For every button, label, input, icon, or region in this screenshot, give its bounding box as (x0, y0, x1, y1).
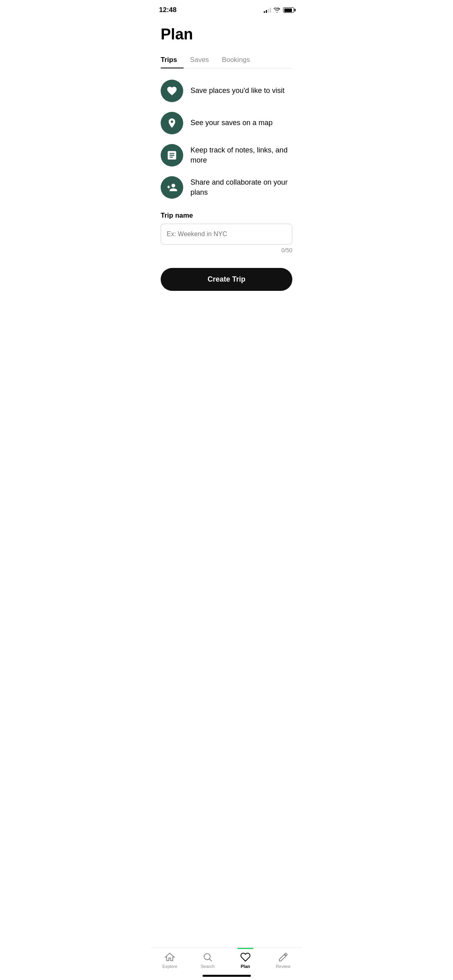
feature-save-places: Save places you'd like to visit (161, 80, 292, 102)
wifi-icon (273, 8, 281, 13)
create-trip-button[interactable]: Create Trip (161, 268, 292, 291)
feature-save-places-text: Save places you'd like to visit (190, 86, 285, 96)
char-count: 0/50 (161, 247, 292, 253)
battery-icon (283, 7, 294, 13)
feature-map-saves-text: See your saves on a map (190, 118, 273, 128)
page-content: Plan Trips Saves Bookings Save places yo… (151, 18, 302, 331)
tab-bookings[interactable]: Bookings (222, 53, 256, 68)
person-add-icon-circle (161, 176, 183, 199)
feature-collaborate: Share and collaborate on your plans (161, 176, 292, 199)
feature-map-saves: See your saves on a map (161, 112, 292, 134)
trip-name-input[interactable] (161, 224, 292, 245)
person-add-icon (166, 182, 178, 193)
heart-icon-circle (161, 80, 183, 102)
page-title: Plan (161, 26, 292, 43)
feature-collaborate-text: Share and collaborate on your plans (190, 177, 292, 198)
heart-icon (166, 85, 178, 97)
status-bar: 12:48 (151, 0, 302, 18)
pin-icon (166, 117, 178, 129)
notes-icon (166, 150, 178, 161)
feature-list: Save places you'd like to visit See your… (161, 80, 292, 199)
feature-notes-text: Keep track of notes, links, and more (190, 145, 292, 165)
tabs-container: Trips Saves Bookings (161, 53, 292, 68)
status-icons (264, 7, 294, 13)
tab-saves[interactable]: Saves (190, 53, 215, 68)
trip-name-form: Trip name 0/50 (161, 212, 292, 253)
signal-icon (264, 7, 271, 13)
feature-notes: Keep track of notes, links, and more (161, 144, 292, 167)
pin-icon-circle (161, 112, 183, 134)
trip-name-label: Trip name (161, 212, 292, 220)
tab-trips[interactable]: Trips (161, 53, 184, 68)
status-time: 12:48 (159, 6, 176, 14)
notes-icon-circle (161, 144, 183, 167)
